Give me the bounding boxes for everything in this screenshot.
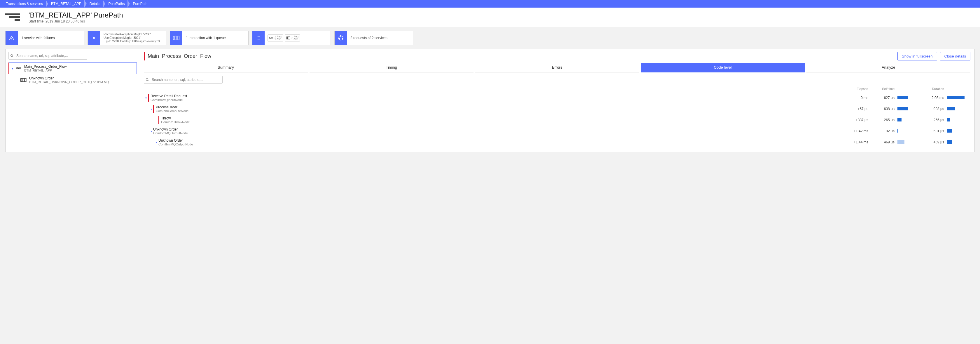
code-level-table: Elapsed Self time Duration ▾Receive Reta… <box>144 87 970 148</box>
elapsed-value: +1.42 ms <box>845 129 871 133</box>
selftime-bar <box>897 140 904 144</box>
search-icon <box>146 78 149 82</box>
warning-icon <box>6 31 18 45</box>
title-bar: 'BTM_RETAIL_APP' PurePath Start time: 20… <box>0 8 980 27</box>
elapsed-value: +337 µs <box>845 118 871 122</box>
selftime-value: 265 µs <box>871 118 897 122</box>
chevron-down-icon: ▾ <box>12 67 13 70</box>
duration-value: 265 µs <box>921 118 947 122</box>
chevron-down-icon[interactable]: ▾ <box>149 130 153 133</box>
chevron-down-icon[interactable]: ▾ <box>149 107 153 111</box>
tree-item-sublabel: BTM_RETAIL_APP <box>24 69 67 72</box>
chevron-down-icon[interactable]: ▾ <box>144 96 148 99</box>
tab-summary[interactable]: Summary <box>144 63 308 72</box>
detail-column: Main_Process_Order_Flow Show in fullscre… <box>140 52 974 152</box>
svg-rect-4 <box>286 37 290 39</box>
code-row[interactable]: ThrowComIbmThrowNode+337 µs265 µs265 µs <box>144 114 970 126</box>
code-row-type: ComIbmMQOutputNode <box>153 131 188 135</box>
tree-column: ▾ IBM Main_Process_Order_Flow BTM_RETAIL… <box>6 52 140 152</box>
search-icon <box>10 54 14 58</box>
tab-errors[interactable]: Errors <box>475 63 639 72</box>
tree-item-label: Unknown Order <box>29 76 109 80</box>
error-indicator <box>153 105 154 113</box>
code-row[interactable]: ▾Unknown OrderComIbmMQOutputNode+1.42 ms… <box>144 126 970 137</box>
topology-icon <box>335 31 347 45</box>
failures-card[interactable]: 1 service with failures <box>5 30 84 45</box>
tree-search-input[interactable] <box>8 52 87 59</box>
duration-value: 903 µs <box>921 107 947 111</box>
tree-item-main-flow[interactable]: ▾ IBM Main_Process_Order_Flow BTM_RETAIL… <box>8 62 137 74</box>
queue-text: 1 interaction with 1 queue <box>186 36 226 40</box>
code-row[interactable]: ▾ProcessOrderComIbmComputeNode+67 µs638 … <box>144 103 970 114</box>
duration-bar <box>947 140 952 144</box>
show-fullscreen-button[interactable]: Show in fullscreen <box>897 52 937 61</box>
services-card[interactable]: IBM 1 Req1 Svc 1 Req1 Svc <box>252 30 331 45</box>
breadcrumb-item[interactable]: Details <box>87 0 106 8</box>
service-badge-ibm: IBM 1 Req1 Svc <box>267 34 283 42</box>
selftime-bar <box>897 118 902 122</box>
requests-card[interactable]: 2 requests of 2 services <box>334 30 413 45</box>
service-badge-queue: 1 Req1 Svc <box>285 34 300 42</box>
breadcrumb-item[interactable]: PurePaths <box>105 0 130 8</box>
list-icon <box>252 31 265 45</box>
page-subtitle: Start time: 2019 Jun 18 20:50:46.592 <box>29 19 123 23</box>
elapsed-value: +1.44 ms <box>845 140 871 144</box>
close-details-button[interactable]: Close details <box>940 52 970 61</box>
col-selftime: Self time <box>871 87 897 91</box>
error-indicator <box>158 116 159 124</box>
breadcrumb-bar: Transactions & services BTM_RETAIL_APP D… <box>0 0 980 8</box>
exception-line: UserException MsgId: '3001' <box>103 36 160 40</box>
queue-card[interactable]: 1 interaction with 1 queue <box>170 30 248 45</box>
breadcrumb-item[interactable]: BTM_RETAIL_APP <box>48 0 87 8</box>
code-row-name: Receive Retail Request <box>151 94 187 98</box>
purepath-icon <box>5 11 24 23</box>
elapsed-value: 0 ms <box>845 96 871 100</box>
code-row-type: ComIbmComputeNode <box>156 109 189 113</box>
duration-bar <box>947 96 964 99</box>
duration-value: 469 µs <box>921 140 947 144</box>
code-row-type: ComIbmMQInputNode <box>151 98 187 102</box>
duration-bar <box>947 118 950 122</box>
tab-timing[interactable]: Timing <box>310 63 474 72</box>
code-row[interactable]: ▸Unknown OrderComIbmMQOutputNode+1.44 ms… <box>144 137 970 148</box>
tab-code-level[interactable]: Code level <box>641 63 805 72</box>
selftime-bar <box>897 107 908 110</box>
detail-title: Main_Process_Order_Flow <box>148 53 211 59</box>
duration-value: 501 µs <box>921 129 947 133</box>
selftime-value: 469 µs <box>871 140 897 144</box>
chevron-right-icon[interactable]: ▸ <box>154 141 158 144</box>
close-icon <box>88 31 100 45</box>
svg-point-10 <box>339 38 340 39</box>
summary-cards-row: 1 service with failures RecoverableExcep… <box>0 27 980 49</box>
tree-item-unknown-order[interactable]: Unknown Order BTM_RETAIL_UNKNOWN_ORDER_O… <box>8 74 137 86</box>
code-row[interactable]: ▾Receive Retail RequestComIbmMQInputNode… <box>144 92 970 103</box>
selftime-value: 638 µs <box>871 107 897 111</box>
code-row-name: Unknown Order <box>153 127 188 131</box>
exception-line: RecoverableException MsgId: '2230' <box>103 33 160 36</box>
exception-line: ...gId: '2230' Catalog: 'BIPmsgs' Severi… <box>103 40 160 43</box>
elapsed-value: +67 µs <box>845 107 871 111</box>
selftime-value: 32 µs <box>871 129 897 133</box>
selftime-value: 627 µs <box>871 96 897 100</box>
selftime-bar <box>897 129 898 133</box>
svg-point-11 <box>11 54 13 57</box>
queue-icon <box>21 78 27 82</box>
breadcrumb-item[interactable]: PurePath <box>130 0 153 8</box>
failures-text: 1 service with failures <box>21 36 55 40</box>
code-row-type: ComIbmThrowNode <box>161 120 189 124</box>
code-row-type: ComIbmMQOutputNode <box>158 142 193 146</box>
tree-item-label: Main_Process_Order_Flow <box>24 64 67 69</box>
duration-value: 2.03 ms <box>921 96 947 100</box>
breadcrumb-item[interactable]: Transactions & services <box>3 0 48 8</box>
page-title: 'BTM_RETAIL_APP' PurePath <box>29 11 123 19</box>
col-duration: Duration <box>921 87 947 91</box>
code-row-name: Unknown Order <box>158 138 193 142</box>
requests-text: 2 requests of 2 services <box>350 36 387 40</box>
tab-analyze[interactable]: Analyze <box>807 63 970 72</box>
exceptions-card[interactable]: RecoverableException MsgId: '2230' UserE… <box>88 30 166 45</box>
svg-point-8 <box>340 36 341 37</box>
col-elapsed: Elapsed <box>845 87 871 91</box>
selftime-bar <box>897 96 908 99</box>
code-search-input[interactable] <box>144 76 223 83</box>
main-panel: ▾ IBM Main_Process_Order_Flow BTM_RETAIL… <box>5 49 975 152</box>
